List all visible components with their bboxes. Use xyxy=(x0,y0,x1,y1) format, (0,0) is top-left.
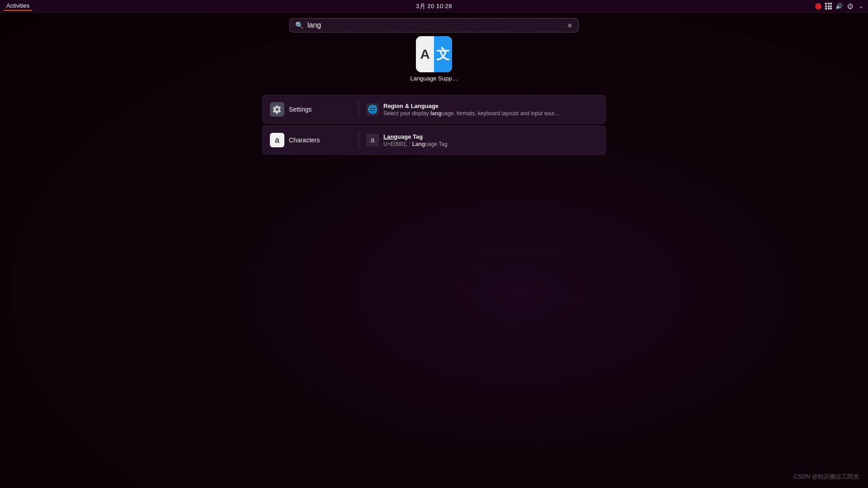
volume-icon[interactable]: 🔊 xyxy=(835,3,843,10)
characters-app: a Characters xyxy=(270,133,351,147)
language-icon: A 文 xyxy=(416,36,452,72)
search-container: 🔍 ✕ A 文 Language Supp… xyxy=(289,18,579,82)
app-label: Language Supp… xyxy=(410,75,458,82)
grid-menu-icon[interactable] xyxy=(825,3,832,9)
settings-app-name: Settings xyxy=(289,106,312,113)
region-language-title: Region & Language xyxy=(383,103,560,109)
settings-app: Settings xyxy=(270,102,351,117)
language-tag-desc: U+E0001, : Language Tag xyxy=(383,141,448,147)
settings-result-row[interactable]: Settings 🌐 Region & Language Select your… xyxy=(262,95,606,124)
topbar-right: 🔊 ⏻ ⌄ xyxy=(815,3,868,10)
settings-app-icon xyxy=(270,102,284,117)
characters-sub-result: a Language Tag U+E0001, : Language Tag xyxy=(366,133,598,147)
topbar: Activities 3月 20 10:28 🔊 ⏻ ⌄ xyxy=(0,0,868,13)
language-tag-title: Language Tag xyxy=(383,133,448,140)
characters-result-row[interactable]: a Characters a Language Tag U+E0001, : L… xyxy=(262,126,606,155)
language-tag-text: Language Tag U+E0001, : Language Tag xyxy=(383,133,448,147)
region-language-text: Region & Language Select your display la… xyxy=(383,103,560,117)
characters-app-name: Characters xyxy=(289,136,320,144)
app-icon-box: A 文 xyxy=(416,36,452,72)
activities-button[interactable]: Activities xyxy=(4,1,32,11)
divider xyxy=(359,101,359,117)
settings-sub-result: 🌐 Region & Language Select your display … xyxy=(366,103,598,117)
red-indicator-icon xyxy=(815,3,821,9)
characters-app-icon: a xyxy=(270,133,284,147)
language-tag-icon: a xyxy=(366,134,379,146)
watermark: CSDN @知识搬运工阿杰 xyxy=(793,473,859,481)
results-container: Settings 🌐 Region & Language Select your… xyxy=(262,95,606,155)
search-icon: 🔍 xyxy=(295,21,304,29)
region-language-desc: Select your display language, formats, k… xyxy=(383,110,560,117)
topbar-left: Activities xyxy=(0,1,32,11)
divider2 xyxy=(359,132,359,148)
globe-icon: 🌐 xyxy=(368,104,377,114)
region-language-icon: 🌐 xyxy=(366,103,379,116)
search-bar: 🔍 ✕ xyxy=(289,18,579,33)
clear-search-button[interactable]: ✕ xyxy=(567,22,573,29)
lang-icon-latin: A xyxy=(416,36,434,72)
characters-icon-letter: a xyxy=(275,136,279,145)
language-tag-letter-icon: a xyxy=(371,136,375,144)
lang-icon-cjk: 文 xyxy=(434,36,452,72)
grid-icon xyxy=(825,3,832,9)
power-icon[interactable]: ⏻ xyxy=(846,3,854,10)
chevron-down-icon[interactable]: ⌄ xyxy=(857,3,864,10)
topbar-datetime: 3月 20 10:28 xyxy=(416,2,452,10)
search-input[interactable] xyxy=(307,21,563,29)
language-support-app-result[interactable]: A 文 Language Supp… xyxy=(410,36,458,82)
